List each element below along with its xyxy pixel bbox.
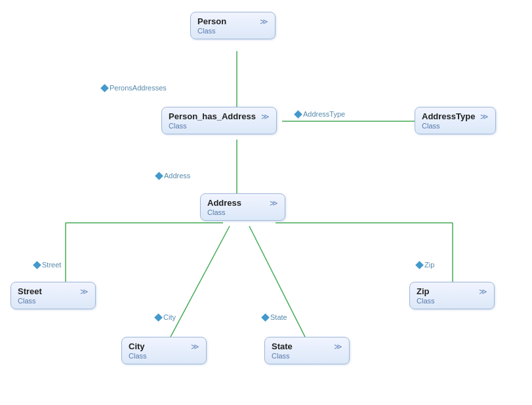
svg-line-7 [171,226,230,337]
person-expand-icon[interactable]: ≫ [260,17,268,26]
perons-addresses-label: PeronsAddresses [102,84,167,92]
street-class-box[interactable]: Street Class ≫ [10,282,96,309]
address-type-diamond [294,110,302,119]
state-label: State [262,313,287,321]
state-class-type: Class [272,352,293,360]
address-class-box[interactable]: Address Class ≫ [200,193,285,221]
person-class-type: Class [197,27,226,35]
state-class-name: State [272,341,293,351]
person-class-name: Person [197,16,226,26]
address-type-label: AddressType [295,110,345,118]
address-type-expand-icon[interactable]: ≫ [480,112,489,121]
zip-class-box[interactable]: Zip Class ≫ [409,282,495,309]
address-diamond [155,172,163,180]
address-class-name: Address [207,198,241,208]
state-expand-icon[interactable]: ≫ [334,342,342,351]
person-has-address-expand-icon[interactable]: ≫ [261,112,270,121]
state-diamond [261,313,270,322]
address-class-type: Class [207,208,241,216]
street-expand-icon[interactable]: ≫ [80,287,89,296]
person-has-address-class-box[interactable]: Person_has_Address Class ≫ [161,107,277,134]
diagram-container: Person Class ≫ PeronsAddresses Person_ha… [0,0,532,405]
state-class-box[interactable]: State Class ≫ [264,337,350,364]
perons-addresses-diamond [100,84,109,92]
street-diamond [33,261,41,269]
address-label: Address [156,172,190,180]
street-label: Street [34,261,61,269]
person-class-box[interactable]: Person Class ≫ [190,12,276,39]
zip-diamond [415,261,424,269]
person-has-address-class-name: Person_has_Address [169,111,256,121]
city-class-box[interactable]: City Class ≫ [121,337,207,364]
address-expand-icon[interactable]: ≫ [270,199,278,208]
zip-class-type: Class [417,297,435,305]
city-diamond [154,313,163,322]
person-has-address-class-type: Class [169,122,256,130]
zip-label: Zip [417,261,434,269]
street-class-type: Class [18,297,42,305]
city-expand-icon[interactable]: ≫ [191,342,199,351]
zip-class-name: Zip [417,286,435,296]
street-class-name: Street [18,286,42,296]
zip-expand-icon[interactable]: ≫ [479,287,487,296]
address-type-class-box[interactable]: AddressType Class ≫ [415,107,496,134]
city-label: City [155,313,176,321]
address-type-class-name: AddressType [422,111,475,121]
city-class-type: Class [129,352,147,360]
address-type-class-type: Class [422,122,475,130]
city-class-name: City [129,341,147,351]
